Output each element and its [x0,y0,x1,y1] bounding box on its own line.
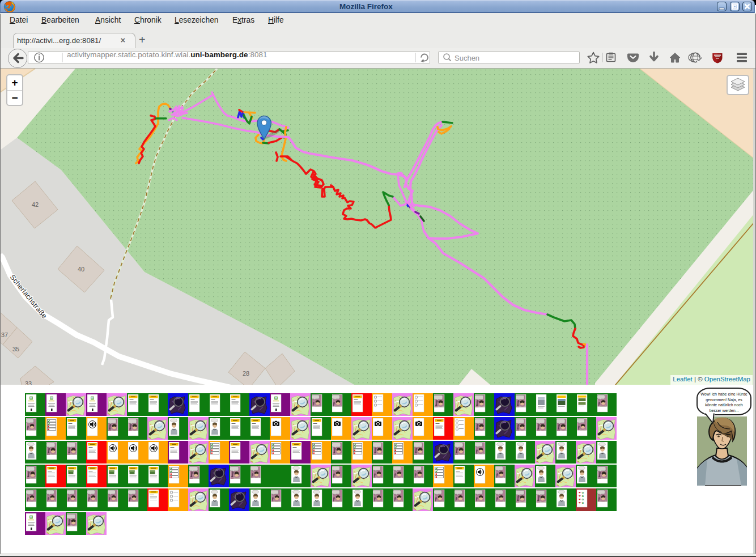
svg-text:40: 40 [78,266,84,273]
svg-text:35: 35 [12,346,19,352]
svg-text:42: 42 [32,201,39,208]
svg-text:37: 37 [1,331,8,338]
svg-text:33: 33 [25,380,32,385]
svg-text:28: 28 [243,370,249,377]
